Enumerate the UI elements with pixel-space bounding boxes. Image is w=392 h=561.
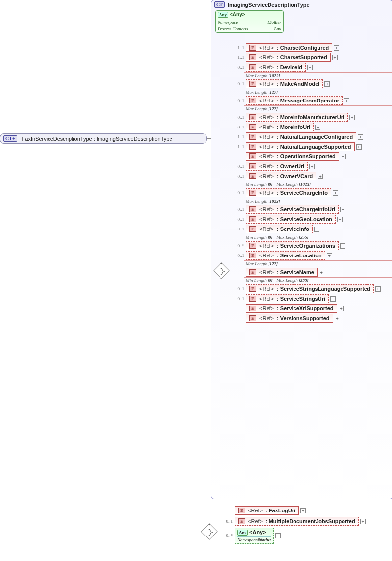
element-ServiceInfo[interactable]: 0..1E<Ref>: ServiceInfo+Min Length [0]Ma…: [234, 225, 392, 240]
element-box[interactable]: E<Ref>: OperationsSupported: [246, 152, 339, 161]
element-CharsetConfigured[interactable]: 1..1E<Ref>: CharsetConfigured+: [234, 43, 392, 52]
element-MoreInfoManufacturerUri[interactable]: 0..1E<Ref>: MoreInfoManufacturerUri+: [234, 113, 392, 122]
element-DeviceId[interactable]: 0..1E<Ref>: DeviceId+Max Length [1023]: [234, 63, 392, 78]
expand-icon[interactable]: +: [319, 270, 324, 275]
element-ServiceStringsLanguageSupported[interactable]: 0..1E<Ref>: ServiceStringsLanguageSuppor…: [234, 284, 392, 293]
element-icon: E: [249, 114, 256, 120]
ref-label: <Ref>: [259, 134, 274, 140]
element-box[interactable]: E<Ref>: MoreInfoUri: [246, 123, 314, 131]
element-ServiceChargeInfo[interactable]: 0..1E<Ref>: ServiceChargeInfo+Max Length…: [234, 188, 392, 204]
expand-icon[interactable]: +: [375, 286, 381, 292]
element-OwnerUri[interactable]: 0..1E<Ref>: OwnerUri+: [234, 162, 392, 171]
root-ct-label: FaxInServiceDescriptionType : ImagingSer…: [20, 134, 174, 143]
ref-label: <Ref>: [259, 315, 274, 321]
element-icon: E: [249, 286, 256, 292]
element-ServiceChargeInfoUri[interactable]: 0..1E<Ref>: ServiceChargeInfoUri+: [234, 205, 392, 214]
occurs: 0..1: [236, 296, 244, 301]
element-box[interactable]: E<Ref>: ServiceChargeInfo: [246, 188, 331, 197]
element-box[interactable]: E<Ref>: DeviceId: [246, 63, 306, 72]
element-icon: E: [249, 226, 256, 232]
element-MessageFromOperator[interactable]: 0..1E<Ref>: MessageFromOperator+Max Leng…: [234, 96, 392, 112]
element-box[interactable]: E<Ref>: ServiceOrganizations: [246, 241, 339, 250]
expand-icon[interactable]: +: [335, 316, 340, 321]
element-MultipleDocumentJobsSupported[interactable]: 0..1E<Ref>: MultipleDocumentJobsSupporte…: [223, 517, 366, 526]
element-ServiceLocation[interactable]: 0..1E<Ref>: ServiceLocation+Max Length […: [234, 251, 392, 267]
element-meta: Max Length [127]: [244, 105, 392, 112]
element-box[interactable]: E<Ref>: ServiceGeoLocation: [246, 215, 336, 224]
expand-icon[interactable]: +: [334, 45, 339, 51]
element-NaturalLanguageSupported[interactable]: 1..1E<Ref>: NaturalLanguageSupported+: [234, 142, 392, 151]
ct-icon: CT: [214, 1, 225, 8]
element-OperationsSupported[interactable]: E<Ref>: OperationsSupported+: [234, 152, 392, 161]
expand-icon[interactable]: +: [349, 115, 355, 120]
element-icon: E: [238, 508, 245, 513]
element-box[interactable]: E<Ref>: ServiceLocation: [246, 251, 325, 260]
element-box[interactable]: E<Ref>: OwnerUri: [246, 162, 308, 171]
element-box[interactable]: E<Ref>: MakeAndModel: [246, 79, 323, 88]
expand-icon[interactable]: +: [333, 190, 338, 196]
expand-icon[interactable]: +: [300, 508, 306, 513]
expand-icon[interactable]: +: [275, 533, 281, 538]
element-name: : MakeAndModel: [277, 81, 319, 87]
occurs: 0..1: [225, 519, 233, 524]
expand-icon[interactable]: +: [318, 174, 323, 179]
element-box[interactable]: E<Ref>: CharsetConfigured: [246, 43, 332, 52]
expand-icon[interactable]: +: [340, 243, 345, 249]
element-box[interactable]: E<Ref>: NaturalLanguageConfigured: [246, 132, 356, 141]
element-box[interactable]: E<Ref>: MessageFromOperator: [246, 96, 343, 105]
element-box[interactable]: E<Ref>: NaturalLanguageSupported: [246, 142, 355, 151]
element-meta: Min Length [0]Max Length [255]: [244, 234, 392, 240]
expand-icon[interactable]: +: [327, 253, 332, 258]
element-OwnerVCard[interactable]: 0..1E<Ref>: OwnerVCard+Min Length [0]Max…: [234, 172, 392, 187]
occurs: 0..1: [236, 125, 244, 129]
element-CharsetSupported[interactable]: 1..1E<Ref>: CharsetSupported+: [234, 53, 392, 62]
expand-icon[interactable]: +: [339, 306, 344, 311]
ref-label: <Ref>: [259, 114, 274, 120]
element-box[interactable]: E<Ref>: ServiceStringsLanguageSupported: [246, 284, 374, 293]
element-MoreInfoUri[interactable]: 0..1E<Ref>: MoreInfoUri+: [234, 123, 392, 131]
element-box[interactable]: E<Ref>: ServiceChargeInfoUri: [246, 205, 339, 214]
expand-icon[interactable]: +: [341, 154, 346, 159]
expand-icon[interactable]: +: [360, 519, 366, 524]
element-MakeAndModel[interactable]: 0..1E<Ref>: MakeAndModel+Max Length [127…: [234, 79, 392, 95]
any-element[interactable]: 0..*Any<Any>Namespace##other+: [223, 528, 366, 544]
element-ServiceOrganizations[interactable]: 0..*E<Ref>: ServiceOrganizations+: [234, 241, 392, 250]
element-VersionsSupported[interactable]: E<Ref>: VersionsSupported+: [234, 314, 392, 323]
element-box[interactable]: E<Ref>: MultipleDocumentJobsSupported: [235, 517, 359, 526]
element-box[interactable]: E<Ref>: ServiceName: [246, 268, 318, 277]
ref-label: <Ref>: [259, 269, 274, 275]
expand-icon[interactable]: +: [356, 144, 362, 150]
element-box[interactable]: E<Ref>: ServiceInfo: [246, 225, 313, 233]
expand-icon[interactable]: +: [358, 134, 363, 140]
element-ServiceGeoLocation[interactable]: 0..1E<Ref>: ServiceGeoLocation+: [234, 215, 392, 224]
element-icon: E: [249, 144, 256, 150]
element-box[interactable]: E<Ref>: ServiceXriSupported: [246, 304, 337, 313]
expand-icon[interactable]: +: [330, 296, 336, 302]
element-icon: E: [249, 306, 256, 311]
any-block[interactable]: Any<Any> Namespace##other Process Conten…: [215, 10, 284, 33]
elements-list: 1..1E<Ref>: CharsetConfigured+1..1E<Ref>…: [234, 43, 392, 323]
element-FaxLogUri[interactable]: E<Ref>: FaxLogUri+: [223, 506, 366, 515]
element-box[interactable]: E<Ref>: FaxLogUri: [235, 506, 299, 515]
element-box[interactable]: E<Ref>: OwnerVCard: [246, 172, 316, 180]
element-box[interactable]: E<Ref>: CharsetSupported: [246, 53, 331, 62]
expand-icon[interactable]: +: [314, 227, 319, 232]
expand-icon[interactable]: +: [309, 164, 315, 169]
any-box[interactable]: Any<Any>Namespace##other: [235, 528, 274, 544]
expand-icon[interactable]: +: [307, 65, 313, 70]
element-ServiceXriSupported[interactable]: E<Ref>: ServiceXriSupported+: [234, 304, 392, 313]
expand-icon[interactable]: +: [332, 55, 338, 60]
element-box[interactable]: E<Ref>: VersionsSupported: [246, 314, 333, 323]
expand-icon[interactable]: +: [337, 217, 343, 222]
expand-icon[interactable]: +: [324, 81, 330, 87]
occurs: 0..1: [236, 81, 244, 86]
element-ServiceName[interactable]: E<Ref>: ServiceName+Min Length [0]Max Le…: [234, 268, 392, 283]
expand-icon[interactable]: +: [315, 125, 320, 130]
root-ct[interactable]: CT+ FaxInServiceDescriptionType : Imagin…: [0, 133, 207, 144]
element-ServiceStringsUri[interactable]: 0..1E<Ref>: ServiceStringsUri+: [234, 294, 392, 303]
expand-icon[interactable]: +: [340, 207, 345, 212]
element-box[interactable]: E<Ref>: MoreInfoManufacturerUri: [246, 113, 348, 122]
expand-icon[interactable]: +: [344, 98, 349, 103]
element-NaturalLanguageConfigured[interactable]: 1..1E<Ref>: NaturalLanguageConfigured+: [234, 132, 392, 141]
element-box[interactable]: E<Ref>: ServiceStringsUri: [246, 294, 329, 303]
